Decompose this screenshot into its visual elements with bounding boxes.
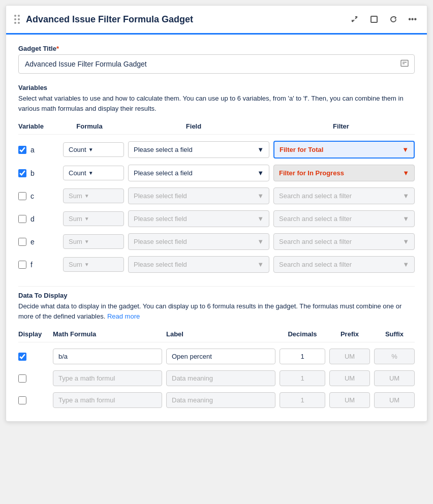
filter-chevron-c: ▼: [403, 192, 409, 200]
suffix-input-0[interactable]: [374, 349, 415, 364]
field-placeholder-a: Please select a field: [134, 146, 193, 153]
collapse-button[interactable]: [348, 13, 361, 26]
field-select-f: Please select field ▼: [128, 256, 269, 273]
var-letter-a: a: [30, 146, 35, 154]
filter-select-e: Search and select a filter ▼: [273, 233, 415, 250]
var-checkbox-f[interactable]: [18, 261, 26, 269]
var-checkbox-e[interactable]: [18, 238, 26, 246]
formula-select-f: Sum ▼: [63, 257, 124, 272]
refresh-button[interactable]: [387, 13, 400, 26]
formula-chevron-f: ▼: [84, 262, 89, 267]
display-checkbox-2[interactable]: [18, 396, 26, 404]
var-check-label-b: b: [18, 169, 59, 177]
math-formula-input-1: [53, 370, 162, 386]
filter-chevron-f: ▼: [403, 261, 409, 268]
gadget-title-input[interactable]: [18, 54, 415, 74]
svg-rect-5: [401, 60, 408, 67]
var-checkbox-c[interactable]: [18, 192, 26, 200]
variable-row-a: a Count ▼ Please select a field ▼ Filter…: [18, 138, 415, 162]
math-formula-input-2: [53, 392, 162, 408]
field-chevron-a: ▼: [257, 146, 264, 153]
var-letter-b: b: [30, 169, 35, 177]
variable-row-e: e Sum ▼ Please select field ▼ Search and…: [18, 230, 415, 253]
field-placeholder-b: Please select a field: [134, 169, 193, 177]
field-placeholder-f: Please select field: [134, 261, 187, 268]
decimals-input-0[interactable]: [280, 349, 325, 364]
display-check-1: [18, 374, 49, 383]
display-row-1: [18, 367, 415, 389]
expand-button[interactable]: [367, 13, 381, 26]
variable-row-d: d Sum ▼ Please select field ▼ Search and…: [18, 207, 415, 230]
field-select-e: Please select field ▼: [128, 233, 269, 250]
formula-select-b[interactable]: Count ▼: [63, 166, 124, 180]
prefix-input-0[interactable]: [329, 349, 370, 364]
filter-select-f: Search and select a filter ▼: [273, 256, 415, 273]
filter-value-b: Filter for In Progress: [279, 169, 344, 177]
variable-row-f: f Sum ▼ Please select field ▼ Search and…: [18, 253, 415, 276]
var-letter-f: f: [30, 261, 33, 269]
formula-value-b: Count: [69, 169, 86, 177]
formula-chevron-a: ▼: [88, 147, 94, 152]
display-check-2: [18, 396, 49, 404]
decimals-input-1: [280, 370, 325, 386]
gadget-container: Advanced Issue Filter Formula Gadget •••: [6, 5, 427, 422]
formula-select-a[interactable]: Count ▼: [63, 142, 124, 157]
display-checkbox-1[interactable]: [18, 374, 26, 383]
title-input-wrapper: [18, 54, 415, 74]
col-header-variable: Variable: [18, 122, 59, 130]
formula-value-a: Count: [69, 146, 86, 153]
filter-value-d: Search and select a filter: [279, 215, 352, 223]
var-letter-e: e: [30, 238, 35, 246]
col-header-field: Field: [120, 122, 267, 130]
formula-value-c: Sum: [69, 192, 82, 200]
filter-select-b[interactable]: Filter for In Progress ▼: [273, 165, 415, 181]
variables-title: Variables: [18, 84, 415, 91]
var-checkbox-b[interactable]: [18, 169, 26, 177]
variable-row-b: b Count ▼ Please select a field ▼ Filter…: [18, 162, 415, 184]
gadget-body: Gadget Title* Variables Select what vari…: [6, 35, 427, 421]
label-input-0[interactable]: [166, 349, 275, 364]
field-select-a[interactable]: Please select a field ▼: [128, 141, 269, 158]
math-formula-input-0[interactable]: [53, 349, 162, 364]
display-check-0: [18, 353, 49, 361]
section-divider: [18, 286, 415, 287]
formula-value-d: Sum: [69, 215, 82, 223]
col-header-math-formula: Math Formula: [53, 330, 162, 338]
title-input-icon: [400, 59, 409, 69]
field-select-b[interactable]: Please select a field ▼: [128, 165, 269, 181]
variable-row-c: c Sum ▼ Please select field ▼ Search and…: [18, 184, 415, 207]
read-more-link[interactable]: Read more: [107, 312, 140, 320]
filter-select-a[interactable]: Filter for Total ▼: [273, 141, 415, 159]
data-display-description: Decide what data to display in the gadge…: [18, 301, 415, 321]
field-chevron-f: ▼: [257, 261, 264, 268]
gadget-title-section: Gadget Title*: [18, 45, 415, 74]
var-letter-d: d: [30, 215, 35, 223]
display-checkbox-0[interactable]: [18, 353, 26, 361]
field-placeholder-d: Please select field: [134, 215, 187, 223]
filter-value-c: Search and select a filter: [279, 192, 352, 200]
variables-rows: a Count ▼ Please select a field ▼ Filter…: [18, 138, 415, 276]
filter-value-a: Filter for Total: [280, 146, 323, 153]
header-icons: •••: [348, 13, 419, 26]
formula-chevron-b: ▼: [88, 170, 94, 176]
formula-chevron-d: ▼: [84, 216, 89, 222]
filter-chevron-b: ▼: [403, 169, 409, 177]
drag-handle-icon[interactable]: [14, 15, 20, 24]
formula-chevron-e: ▼: [84, 239, 89, 244]
col-header-filter: Filter: [267, 122, 415, 130]
var-check-label-a: a: [18, 146, 59, 154]
var-check-label-f: f: [18, 261, 59, 269]
col-header-formula: Formula: [59, 122, 120, 130]
var-checkbox-d[interactable]: [18, 215, 26, 223]
field-chevron-b: ▼: [257, 169, 264, 177]
data-display-section: Data To Display Decide what data to disp…: [18, 292, 415, 411]
display-rows: [18, 345, 415, 411]
col-header-suffix: Suffix: [374, 330, 415, 338]
filter-chevron-a: ▼: [402, 146, 409, 153]
filter-value-f: Search and select a filter: [279, 261, 352, 268]
filter-chevron-e: ▼: [403, 238, 409, 245]
field-chevron-c: ▼: [257, 192, 264, 200]
more-menu-button[interactable]: •••: [406, 13, 419, 26]
var-checkbox-a[interactable]: [18, 146, 26, 154]
formula-value-f: Sum: [69, 261, 82, 268]
